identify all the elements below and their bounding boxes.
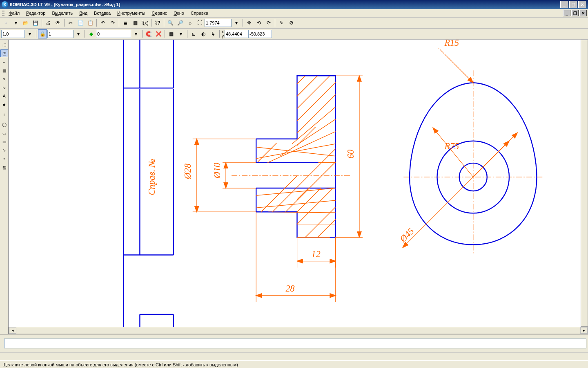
mdi-close-button[interactable]: ✕ (579, 10, 587, 16)
view-rebuild-button[interactable]: ⚙ (287, 18, 296, 27)
save-button[interactable]: 💾 (31, 18, 40, 27)
aux-tool-button[interactable]: ✸ (0, 101, 8, 109)
dimensions-tool-button[interactable]: ↔ (0, 58, 8, 66)
sprav-label: Справ. № (147, 159, 157, 195)
svg-line-20 (297, 94, 336, 133)
dim-10: Ø10 (212, 163, 222, 179)
menu-window[interactable]: Окно (170, 10, 187, 16)
compact-toolbar: ⬚ ◳ ↔ ▤ ✎ ∿ A ✸ ╵ ◯ ◡ ▭ ∿ • ▨ (0, 40, 9, 334)
minimize-button[interactable]: _ (560, 1, 568, 8)
lock-layer-button[interactable]: 🔒 (38, 29, 47, 38)
layer-dropdown-button[interactable]: ▾ (131, 29, 140, 38)
menu-bar: Файл Редактор Выделить Вид Вставка Инстр… (0, 9, 588, 18)
status-text: Щелкните левой кнопкой мыши на объекте д… (2, 362, 238, 367)
new-file-button[interactable]: ▫️ (2, 18, 11, 27)
spline-tool-button[interactable]: ∿ (0, 146, 8, 154)
scale-input[interactable] (1, 30, 25, 38)
selection-tool-button[interactable]: ⬚ (0, 41, 8, 49)
refresh-button[interactable]: ⟳ (264, 18, 273, 27)
standard-toolbar: ▫️ ▾ 📂 💾 🖨 👁 ✂ 📄 📋 ↶ ↷ ≣ ▦ f(x) ⤵? 🔍 🔎 ⌕… (0, 18, 588, 29)
view-input[interactable] (47, 30, 74, 38)
geometry-tool-button[interactable]: ◳ (0, 49, 8, 57)
maximize-button[interactable]: ❐ (569, 1, 577, 8)
menu-select[interactable]: Выделить (49, 10, 76, 16)
xy-label-icon: xy (222, 29, 224, 38)
svg-line-17 (297, 76, 318, 96)
circle-tool-button[interactable]: ◯ (0, 121, 8, 128)
scale-dropdown-button[interactable]: ▾ (25, 29, 34, 38)
toolbar-gripper[interactable] (2, 10, 4, 16)
cut-button[interactable]: ✂ (66, 18, 75, 27)
variables-button[interactable]: f(x) (140, 18, 149, 27)
zoom-input[interactable] (205, 19, 232, 27)
cursor-y-input[interactable] (248, 30, 272, 38)
drawing-canvas[interactable]: Справ. № (9, 40, 581, 327)
menu-edit[interactable]: Редактор (23, 10, 49, 16)
close-button[interactable]: ✕ (578, 1, 586, 8)
scroll-left-button[interactable]: ◂ (9, 327, 16, 334)
zoom-window-button[interactable]: ⌕ (185, 18, 194, 27)
edit-tool-button[interactable]: ✎ (0, 75, 8, 83)
zoom-in-button[interactable]: 🔍 (166, 18, 175, 27)
new-dropdown-button[interactable]: ▾ (11, 18, 20, 27)
grid-button[interactable]: ▦ (167, 29, 176, 38)
mdi-restore-button[interactable]: ❐ (571, 10, 579, 16)
edit-sketch-button[interactable]: ✎ (277, 18, 286, 27)
menu-insert[interactable]: Вставка (91, 10, 114, 16)
grid-dropdown-button[interactable]: ▾ (176, 29, 185, 38)
hatch-tool-button[interactable]: ▨ (0, 164, 8, 171)
zoom-prev-button[interactable]: ⟲ (254, 18, 263, 27)
ortho-button[interactable]: ⊾ (189, 29, 198, 38)
properties-button[interactable]: ≣ (121, 18, 130, 27)
zoom-fit-button[interactable]: ⛶ (195, 18, 204, 27)
zoom-out-button[interactable]: 🔎 (176, 18, 185, 27)
help-cursor-button[interactable]: ⤵? (153, 18, 162, 27)
pan-button[interactable]: ✥ (245, 18, 254, 27)
svg-line-32 (258, 143, 276, 162)
dim-12: 12 (312, 249, 321, 259)
redo-button[interactable]: ↷ (108, 18, 117, 27)
svg-line-37 (297, 188, 309, 200)
copy-button[interactable]: 📄 (76, 18, 85, 27)
cursor-x-input[interactable] (225, 30, 248, 38)
preview-button[interactable]: 👁 (53, 18, 62, 27)
round-button[interactable]: ◐ (199, 29, 208, 38)
window-title: КОМПАС-3D LT V9 - [Кулачок_разрез.cdw ->… (10, 2, 120, 7)
snap-off-button[interactable]: ❌ (154, 29, 163, 38)
vertical-scrollbar[interactable] (581, 40, 588, 327)
rect-tool-button[interactable]: ▭ (0, 138, 8, 146)
symbols-tool-button[interactable]: ▤ (0, 67, 8, 74)
zoom-dropdown-button[interactable]: ▾ (232, 18, 241, 27)
scroll-right-button[interactable]: ▸ (580, 327, 588, 334)
command-input[interactable] (4, 339, 586, 348)
open-file-button[interactable]: 📂 (21, 18, 30, 27)
menu-file[interactable]: Файл (5, 10, 23, 16)
svg-line-33 (297, 127, 316, 146)
svg-line-19 (297, 82, 336, 121)
segment-tool-button[interactable]: ╵ (0, 112, 8, 120)
layer-input[interactable] (96, 30, 131, 38)
drawing-svg: Справ. № (9, 40, 581, 327)
lcs-button[interactable]: ↳ (209, 29, 218, 38)
titleblock-fragment: Справ. № (123, 40, 173, 327)
status-bar: Щелкните левой кнопкой мыши на объекте д… (0, 360, 588, 368)
measure-tool-button[interactable]: A (0, 92, 8, 100)
undo-button[interactable]: ↶ (98, 18, 107, 27)
manager-button[interactable]: ▦ (131, 18, 140, 27)
menu-tools[interactable]: Инструменты (114, 10, 149, 16)
cam-view: R15 R75 Ø45 (397, 40, 543, 255)
param-tool-button[interactable]: ∿ (0, 84, 8, 92)
print-button[interactable]: 🖨 (44, 18, 53, 27)
svg-line-38 (297, 188, 321, 212)
view-dropdown-button[interactable]: ▾ (74, 29, 83, 38)
snap-toggle-button[interactable]: 🧲 (144, 29, 153, 38)
layer-color-icon: ◆ (87, 29, 96, 38)
paste-button[interactable]: 📋 (86, 18, 95, 27)
arc-tool-button[interactable]: ◡ (0, 129, 8, 137)
menu-help[interactable]: Справка (187, 10, 212, 16)
menu-service[interactable]: Сервис (149, 10, 171, 16)
point-tool-button[interactable]: • (0, 155, 8, 163)
menu-view[interactable]: Вид (76, 10, 91, 16)
mdi-minimize-button[interactable]: _ (563, 10, 570, 16)
horizontal-scrollbar[interactable]: ◂ ▸ (9, 327, 588, 334)
